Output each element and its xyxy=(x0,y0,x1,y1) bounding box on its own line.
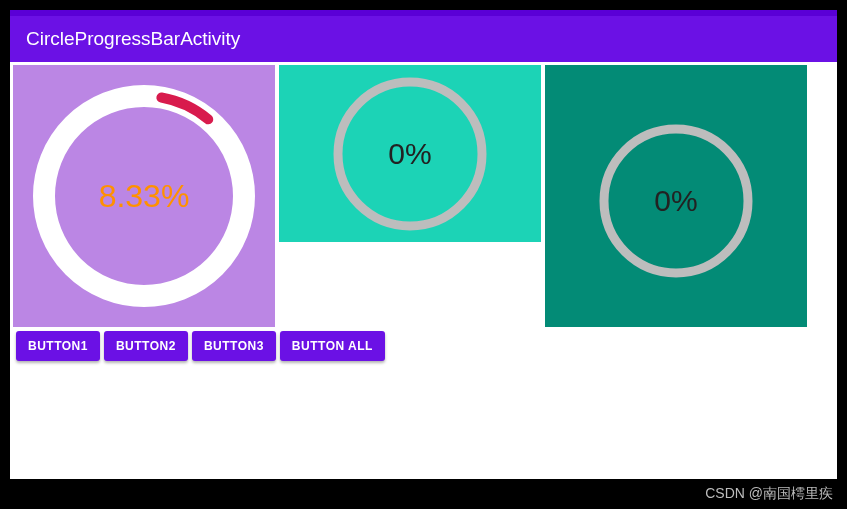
app-title: CircleProgressBarActivity xyxy=(26,28,240,50)
button-1[interactable]: BUTTON1 xyxy=(16,331,100,361)
circle-progress-3: 0% xyxy=(596,121,756,281)
button-all[interactable]: BUTTON ALL xyxy=(280,331,385,361)
progress-label-3: 0% xyxy=(654,184,697,218)
circle-progress-1: 8.33% xyxy=(29,81,259,311)
button-row: BUTTON1 BUTTON2 BUTTON3 BUTTON ALL xyxy=(10,327,837,361)
progress-label-1: 8.33% xyxy=(99,178,190,215)
app-bar: CircleProgressBarActivity xyxy=(10,16,837,62)
screen: CircleProgressBarActivity 8.33% xyxy=(10,10,837,479)
circle-progress-2: 0% xyxy=(330,74,490,234)
button-2[interactable]: BUTTON2 xyxy=(104,331,188,361)
progress-label-2: 0% xyxy=(388,137,431,171)
device-frame: CircleProgressBarActivity 8.33% xyxy=(0,0,847,509)
progress-row: 8.33% 0% 0% xyxy=(10,62,837,327)
progress-card-1: 8.33% xyxy=(13,65,275,327)
content-area: 8.33% 0% 0% xyxy=(10,62,837,479)
watermark-text: CSDN @南国樗里疾 xyxy=(705,485,833,503)
progress-card-2: 0% xyxy=(279,65,541,242)
button-3[interactable]: BUTTON3 xyxy=(192,331,276,361)
progress-card-3: 0% xyxy=(545,65,807,327)
